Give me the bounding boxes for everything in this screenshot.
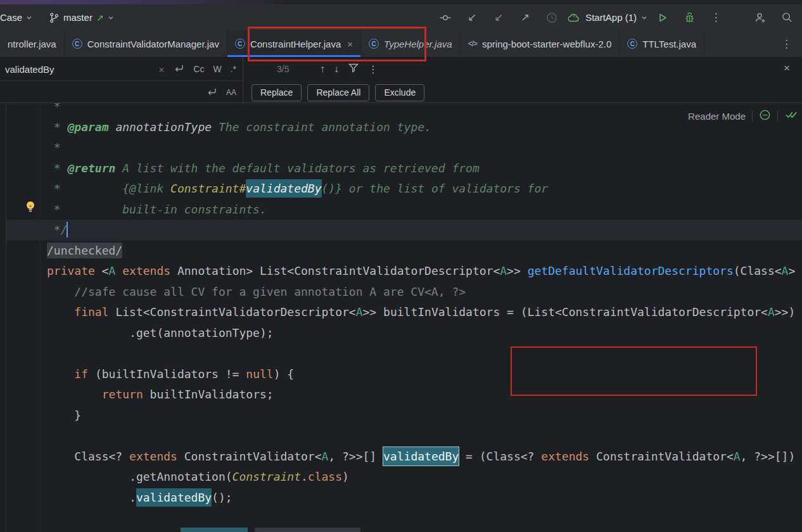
code-editor[interactable]: * * @param annotationType The constraint… [0, 103, 802, 532]
window-top-strip [0, 0, 802, 4]
tab-label: TypeHelper.java [384, 39, 452, 49]
search-match-highlight-partial [181, 528, 248, 532]
tab-label: ConstraintValidatorManager.jav [87, 39, 219, 49]
text-caret [67, 222, 68, 238]
more-actions-icon[interactable]: ⋮ [707, 9, 725, 27]
code-line: private <A extends Annotation> List<Cons… [0, 261, 802, 282]
divider [752, 110, 753, 122]
debug-button[interactable] [680, 9, 698, 27]
outgoing-commits-icon: ↗ [96, 13, 104, 22]
project-selector[interactable]: Case [0, 12, 32, 23]
push-icon[interactable]: ↗ [516, 9, 534, 27]
git-branch-icon [49, 12, 60, 23]
find-input[interactable] [5, 64, 159, 75]
tab-label: TTLTest.java [642, 39, 696, 49]
settings-sync-icon[interactable] [436, 9, 454, 27]
search-options-icon[interactable]: ⋮ [368, 63, 378, 75]
editor-tab[interactable]: CTTLTest.java [620, 30, 704, 57]
code-line [0, 426, 802, 446]
close-search-icon[interactable]: × [779, 61, 794, 76]
history-icon[interactable] [543, 9, 561, 27]
exclude-button[interactable]: Exclude [375, 84, 424, 101]
run-button[interactable] [654, 9, 672, 27]
run-service-icon [567, 12, 581, 23]
code-line: /unchecked/ [0, 241, 802, 262]
code-line: .get(annotationType); [0, 323, 802, 344]
code-line: */ [0, 220, 802, 241]
tab-label: ntroller.java [8, 39, 56, 49]
java-class-icon: C [72, 39, 82, 49]
code-with-me-icon[interactable] [751, 9, 769, 27]
editor-tab[interactable]: CConstraintHelper.java× [227, 30, 361, 57]
tab-label: spring-boot-starter-webflux-2.0 [482, 39, 611, 49]
editor-tab[interactable]: ntroller.java [0, 30, 65, 57]
java-class-icon: C [627, 39, 637, 49]
editor-tab[interactable]: </>spring-boot-starter-webflux-2.0 [461, 30, 620, 57]
java-class-icon: C [369, 39, 379, 49]
find-replace-panel: × Cc W .* AA 3/5 ↑ ↓ [0, 57, 802, 103]
code-line: * [0, 103, 802, 117]
code-line: final List<ConstraintValidatorDescriptor… [0, 302, 802, 323]
no-problems-check-icon[interactable] [784, 109, 798, 123]
code-file-icon: </> [468, 39, 477, 48]
preserve-case-toggle[interactable]: AA [226, 88, 236, 97]
chevron-down-icon [108, 15, 114, 21]
run-config-name: StartApp (1) [585, 12, 637, 23]
code-line: if (builtInValidators != null) { [0, 364, 802, 385]
search-everywhere-icon[interactable] [778, 9, 796, 27]
previous-match-icon[interactable]: ↑ [320, 63, 325, 75]
editor-tab[interactable]: CTypeHelper.java [361, 30, 461, 57]
chevron-down-icon [641, 15, 647, 21]
code-line: * @return A list with the default valida… [0, 158, 802, 179]
code-line: * [0, 137, 802, 158]
code-line: } [0, 405, 802, 426]
code-line: * built-in constraints. [0, 200, 802, 220]
next-match-icon[interactable]: ↓ [334, 63, 339, 75]
main-toolbar: Case master ↗ ↙ ↙ [0, 4, 802, 30]
reader-mode-label[interactable]: Reader Mode [688, 111, 746, 122]
match-count: 3/5 [277, 58, 289, 80]
ide-window: Case master ↗ ↙ ↙ [0, 0, 802, 532]
tab-label: ConstraintHelper.java [250, 39, 341, 49]
intention-bulb-icon[interactable] [24, 200, 37, 217]
divider [777, 110, 778, 122]
code-line: return builtInValidators; [0, 384, 802, 405]
newline-icon[interactable] [206, 87, 217, 98]
selection-highlight-partial [255, 528, 360, 532]
reader-mode-widget: Reader Mode [688, 107, 798, 125]
code-line: * {@link Constraint#validatedBy()} or th… [0, 179, 802, 200]
chevron-down-icon [26, 15, 32, 21]
code-line: * @param annotationType The constraint a… [0, 117, 802, 138]
run-configuration-selector[interactable]: StartApp (1) [567, 12, 647, 23]
java-class-icon: C [235, 39, 245, 49]
filter-icon[interactable] [348, 63, 359, 75]
code-line: Class<? extends ConstraintValidator<A, ?… [0, 446, 802, 467]
replace-button[interactable]: Replace [251, 84, 302, 101]
clear-search-icon[interactable]: × [159, 64, 165, 75]
code-line [0, 343, 802, 364]
regex-toggle[interactable]: .* [231, 64, 236, 74]
words-toggle[interactable]: W [213, 64, 221, 74]
replace-input[interactable] [5, 87, 206, 98]
editor-tab[interactable]: CConstraintValidatorManager.jav [65, 30, 227, 57]
git-branch-widget[interactable]: master ↗ [49, 12, 114, 23]
editor-tab-bar: ntroller.javaCConstraintValidatorManager… [0, 30, 802, 57]
newline-icon[interactable] [173, 64, 184, 75]
panel-divider [243, 58, 243, 104]
code-line: .validatedBy(); [0, 488, 802, 509]
code-area: * * @param annotationType The constraint… [0, 103, 802, 508]
tab-list-more-icon[interactable]: ⋮ [771, 30, 802, 57]
project-name: Case [0, 12, 22, 23]
pull-dotted-icon[interactable]: ↙ [490, 9, 507, 27]
inspections-widget-icon[interactable] [759, 109, 771, 124]
replace-all-button[interactable]: Replace All [307, 84, 369, 101]
branch-name: master [63, 12, 92, 23]
code-line: //safe cause all CV for a given annotati… [0, 282, 802, 303]
match-case-toggle[interactable]: Cc [193, 64, 204, 74]
update-project-icon[interactable]: ↙ [463, 9, 481, 27]
code-line: .getAnnotation(Constraint.class) [0, 467, 802, 488]
tab-close-icon[interactable]: × [347, 39, 353, 49]
